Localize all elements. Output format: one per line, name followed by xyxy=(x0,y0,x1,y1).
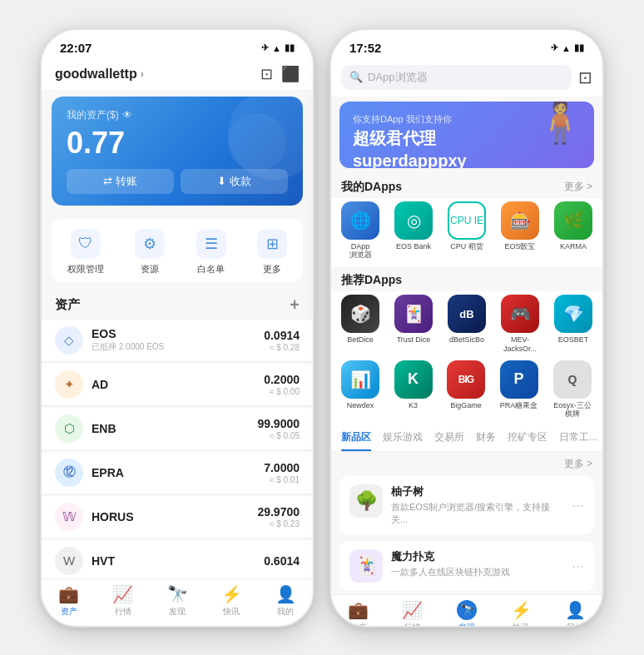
asset-row-eos[interactable]: ◇ EOS 已抵押 2.0000 EOS 0.0914 ≈ $ 0.28 xyxy=(42,320,313,362)
menu-permissions[interactable]: 🛡 权限管理 xyxy=(67,229,104,275)
recommended-title: 推荐DApps xyxy=(341,273,402,288)
banner-figure: 🧍 xyxy=(534,102,586,146)
list-item-poker[interactable]: 🃏 魔力扑克 一款多人在线区块链扑克游戏 ··· xyxy=(339,541,594,591)
promo-banner[interactable]: 你支持DApp 我们支持你 超级君代理 superdapppxy 🧍 xyxy=(339,102,594,168)
market2-nav-icon: 📈 xyxy=(402,600,423,620)
asset-row-hvt[interactable]: W HVT 0.6014 xyxy=(42,540,313,578)
menu-more[interactable]: ⊞ 更多 xyxy=(257,229,287,275)
tab-mining[interactable]: 挖矿专区 xyxy=(508,430,547,451)
recommended-apps: 🎲 BetDice 🃏 Trust Dice dB dBetSicBo 🎮 ME… xyxy=(331,291,602,425)
eosbet-icon: 💎 xyxy=(554,295,592,333)
airplane-icon-1: ✈ xyxy=(261,42,269,53)
menu-whitelist[interactable]: ☰ 白名单 xyxy=(196,229,226,275)
tab-exchange[interactable]: 交易所 xyxy=(434,430,464,451)
phones-container: 22:07 ✈ ▲ ▮▮ goodwallettp › ⊡ ⬛ xyxy=(40,28,604,628)
app-newdex[interactable]: 📊 Newdex xyxy=(341,360,379,419)
time-2: 17:52 xyxy=(349,41,381,55)
asset-row-ad[interactable]: ✦ AD 0.2000 ≈ $ 0.00 xyxy=(42,364,313,406)
nav-news[interactable]: ⚡ 快讯 xyxy=(205,584,259,618)
p1-header: goodwallettp › ⊡ ⬛ xyxy=(42,60,313,90)
bottom-nav-2: 💼 资产 📈 行情 🔭 发现 ⚡ 快讯 👤 我的 xyxy=(331,594,602,625)
ad-icon: ✦ xyxy=(55,370,83,399)
tab-daily[interactable]: 日常工... xyxy=(559,430,597,451)
asset-row-enb[interactable]: ⬡ ENB 99.9000 ≈ $ 0.05 xyxy=(42,408,313,450)
phone-1: 22:07 ✈ ▲ ▮▮ goodwallettp › ⊡ ⬛ xyxy=(40,28,315,628)
nav2-assets[interactable]: 💼 资产 xyxy=(331,600,385,625)
nav2-discover[interactable]: 🔭 发现 xyxy=(439,600,493,625)
receive-icon: ⬇ xyxy=(217,175,226,187)
k3-label: K3 xyxy=(409,401,418,410)
assets-title: 资产 xyxy=(55,297,80,313)
hvt-amount: 0.6014 xyxy=(264,554,300,568)
app-cpu[interactable]: CPU IE CPU 稻货 xyxy=(448,201,486,261)
app-biggame[interactable]: BIG BigGame xyxy=(447,360,485,419)
dbetsicbo-label: dBetSicBo xyxy=(449,335,484,345)
betdice-label: BetDice xyxy=(347,335,374,345)
my-dapps-more[interactable]: 更多 > xyxy=(564,180,592,194)
grid-icon[interactable]: ⬛ xyxy=(281,65,300,83)
nav2-news[interactable]: ⚡ 快讯 xyxy=(494,600,548,625)
notch-2 xyxy=(417,30,517,52)
nav-assets[interactable]: 💼 资产 xyxy=(42,584,96,618)
app-karma[interactable]: 🌿 KARMA xyxy=(554,201,592,261)
asset-row-horus[interactable]: 𝕎 HORUS 29.9700 ≈ $ 0.23 xyxy=(42,496,313,538)
dbetsicbo-icon: dB xyxy=(448,295,486,333)
app-trustdice[interactable]: 🃏 Trust Dice xyxy=(394,295,433,354)
status-icons-1: ✈ ▲ ▮▮ xyxy=(261,42,295,53)
enb-amount: 99.9000 ≈ $ 0.05 xyxy=(257,417,300,440)
hvt-info: HVT xyxy=(92,554,264,568)
eos-amount: 0.0914 ≈ $ 0.28 xyxy=(264,329,300,352)
category-tabs: 新品区 娱乐游戏 交易所 财务 挖矿专区 日常工... xyxy=(331,425,602,452)
add-asset-button[interactable]: + xyxy=(290,295,300,315)
nav2-market[interactable]: 📈 行情 xyxy=(385,600,439,625)
tab-games[interactable]: 娱乐游戏 xyxy=(383,430,423,451)
notch-1 xyxy=(127,30,227,52)
battery-icon-1: ▮▮ xyxy=(285,42,295,53)
nav-market[interactable]: 📈 行情 xyxy=(96,584,150,618)
scan-icon[interactable]: ⊡ xyxy=(578,67,592,87)
karma-icon: 🌿 xyxy=(554,201,592,240)
app-betdice[interactable]: 🎲 BetDice xyxy=(341,295,379,354)
dapp-browser-label: DApp浏览器 xyxy=(349,242,372,261)
asset-row-epra[interactable]: ⑫ EPRA 7.0000 ≈ $ 0.01 xyxy=(42,452,313,494)
app-eos-bank[interactable]: ◎ EOS Bank xyxy=(394,201,433,261)
eosbet-label: EOSBET xyxy=(558,335,589,345)
recommended-row-1: 🎲 BetDice 🃏 Trust Dice dB dBetSicBo 🎮 ME… xyxy=(341,295,592,354)
yuzishu-info: 柚子树 首款EOS制户浏览器/搜索引擎，支持接关... xyxy=(391,484,563,526)
menu-resources[interactable]: ⚙ 资源 xyxy=(135,229,165,275)
app-k3[interactable]: K K3 xyxy=(394,360,433,419)
tab-finance[interactable]: 财务 xyxy=(476,430,496,451)
cpu-icon: CPU IE xyxy=(448,201,486,240)
app-eosyx[interactable]: Q Eosyx-三公棋牌 xyxy=(552,360,592,419)
list-item-yuzishu[interactable]: 🌳 柚子树 首款EOS制户浏览器/搜索引擎，支持接关... ··· xyxy=(339,476,594,534)
assets2-nav-icon: 💼 xyxy=(348,600,369,620)
discover-active-dot: 🔭 xyxy=(457,600,477,620)
nav-discover[interactable]: 🔭 发现 xyxy=(150,584,204,618)
pra-label: PRA糖果盒 xyxy=(500,401,538,410)
permissions-icon: 🛡 xyxy=(71,229,101,259)
p1-wallet-title[interactable]: goodwallettp › xyxy=(55,67,144,82)
app-eosbet[interactable]: 💎 EOSBET xyxy=(554,295,592,354)
search-input[interactable]: 🔍 DApp浏览器 xyxy=(341,65,572,90)
tab-new[interactable]: 新品区 xyxy=(341,430,371,451)
app-mev[interactable]: 🎮 MEV-JacksOr... xyxy=(501,295,539,354)
search-bar: 🔍 DApp浏览器 ⊡ xyxy=(331,60,602,97)
airplane-icon-2: ✈ xyxy=(551,42,558,53)
app-dbetsicbo[interactable]: dB dBetSicBo xyxy=(448,295,486,354)
app-eos-dice[interactable]: 🎰 EOS骰宝 xyxy=(501,201,539,261)
mev-icon: 🎮 xyxy=(501,295,539,333)
p1-header-icons: ⊡ ⬛ xyxy=(260,65,300,83)
qr-icon[interactable]: ⊡ xyxy=(260,65,273,83)
eye-icon[interactable]: 👁 xyxy=(122,109,132,121)
app-dapp-browser[interactable]: 🌐 DApp浏览器 xyxy=(341,201,379,261)
market-nav-icon: 📈 xyxy=(112,584,133,604)
nav-profile[interactable]: 👤 我的 xyxy=(259,584,313,618)
news2-nav-icon: ⚡ xyxy=(511,600,532,620)
new-more[interactable]: 更多 > xyxy=(564,457,592,471)
epra-icon: ⑫ xyxy=(55,459,83,487)
app-pra[interactable]: P PRA糖果盒 xyxy=(500,360,538,419)
nav2-profile[interactable]: 👤 我的 xyxy=(548,600,602,625)
transfer-button[interactable]: ⇄ 转账 xyxy=(67,169,174,194)
eos-icon: ◇ xyxy=(55,326,83,355)
profile-nav-icon: 👤 xyxy=(275,584,296,604)
